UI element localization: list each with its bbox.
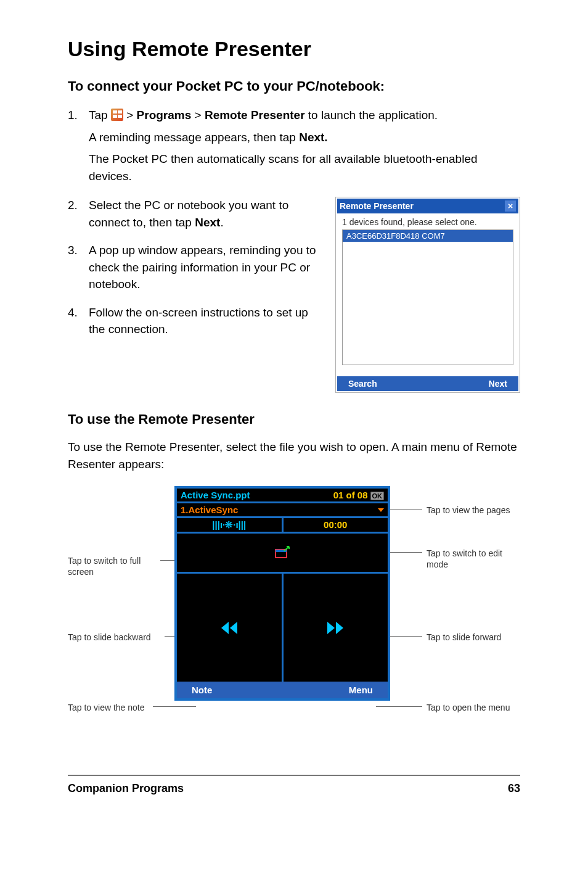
bluetooth-indicator: |||ı·❊·ı||| bbox=[177, 518, 282, 532]
step-number: 2. bbox=[68, 197, 89, 236]
ok-button[interactable]: OK bbox=[370, 492, 385, 500]
section-connect-heading: To connect your Pocket PC to your PC/not… bbox=[68, 78, 520, 94]
callout-edit-mode: Tap to switch to edit mode bbox=[427, 548, 520, 570]
device-list[interactable]: A3CE66D31F8D418 COM7 bbox=[342, 229, 513, 365]
callout-slide-forward: Tap to slide forward bbox=[427, 632, 501, 643]
callout-slide-backward: Tap to slide backward bbox=[68, 632, 169, 643]
dialog-found-label: 1 devices found, please select one. bbox=[342, 217, 513, 227]
next-button[interactable]: Next bbox=[489, 379, 507, 389]
step-number: 4. bbox=[68, 304, 89, 343]
step-number: 1. bbox=[68, 107, 89, 189]
phone-mock: Active Sync.ppt 01 of 08OK 1.ActiveSync … bbox=[174, 486, 390, 701]
step1-line3: The Pocket PC then automatically scans f… bbox=[89, 151, 520, 184]
forward-icon bbox=[325, 619, 346, 637]
section-use-heading: To use the Remote Presenter bbox=[68, 411, 520, 427]
callout-open-menu: Tap to open the menu bbox=[427, 702, 510, 713]
device-list-item[interactable]: A3CE66D31F8D418 COM7 bbox=[343, 230, 513, 242]
callout-view-pages: Tap to view the pages bbox=[427, 505, 510, 516]
slide-forward-button[interactable] bbox=[284, 574, 388, 682]
page-title: Using Remote Presenter bbox=[68, 37, 520, 61]
callout-view-note: Tap to view the note bbox=[68, 702, 163, 713]
close-icon[interactable]: × bbox=[505, 200, 516, 212]
note-button[interactable]: Note bbox=[192, 685, 212, 695]
step4: Follow the on-screen instructions to set… bbox=[89, 304, 319, 338]
step1-line1: Tap > Programs > Remote Presenter to lau… bbox=[89, 107, 520, 124]
fullscreen-icon bbox=[274, 546, 290, 559]
search-button[interactable]: Search bbox=[348, 379, 377, 389]
callout-full-screen: Tap to switch to full screen bbox=[68, 555, 160, 577]
start-icon bbox=[111, 109, 123, 121]
footer-section: Companion Programs bbox=[68, 782, 184, 795]
chevron-down-icon bbox=[378, 508, 384, 512]
phone-filename: Active Sync.ppt bbox=[181, 490, 250, 500]
footer-page-number: 63 bbox=[508, 782, 520, 795]
remote-presenter-dialog: Remote Presenter × 1 devices found, plea… bbox=[335, 197, 520, 393]
remote-presenter-diagram: Tap to switch to full screen Tap to slid… bbox=[68, 486, 520, 745]
menu-button[interactable]: Menu bbox=[349, 685, 373, 695]
step1-line2: A reminding message appears, then tap Ne… bbox=[89, 129, 520, 146]
use-paragraph: To use the Remote Presenter, select the … bbox=[68, 439, 520, 472]
step2: Select the PC or notebook you want to co… bbox=[89, 197, 319, 231]
fullscreen-toggle[interactable] bbox=[177, 534, 388, 572]
phone-slide-dropdown[interactable]: 1.ActiveSync bbox=[177, 503, 388, 516]
phone-page-indicator: 01 of 08OK bbox=[333, 490, 384, 500]
step3: A pop up window appears, reminding you t… bbox=[89, 242, 319, 293]
rewind-icon bbox=[219, 619, 240, 637]
step-number: 3. bbox=[68, 242, 89, 298]
timer-display: 00:00 bbox=[284, 518, 388, 532]
slide-backward-button[interactable] bbox=[177, 574, 282, 682]
dialog-title-text: Remote Presenter bbox=[340, 201, 414, 211]
